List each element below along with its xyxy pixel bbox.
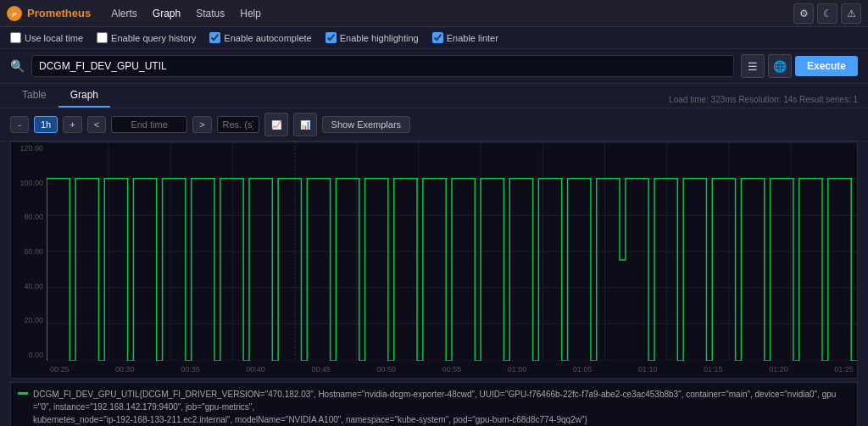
- query-input[interactable]: [31, 55, 734, 77]
- show-exemplars-button[interactable]: Show Exemplars: [322, 116, 411, 133]
- tab-graph[interactable]: Graph: [58, 84, 110, 108]
- enable-query-history-option[interactable]: Enable query history: [97, 32, 196, 43]
- y-label-120: 120.00: [13, 144, 43, 152]
- nav-graph[interactable]: Graph: [146, 4, 187, 23]
- nav-alerts[interactable]: Alerts: [104, 4, 144, 23]
- bar-chart-icon[interactable]: 📊: [293, 113, 317, 136]
- x-label-12: 01:25: [834, 365, 854, 373]
- enable-linter-option[interactable]: Enable linter: [432, 32, 498, 43]
- x-label-11: 01:20: [769, 365, 788, 373]
- controls-row: - 1h + < > 📈 📊 Show Exemplars: [0, 108, 868, 141]
- enable-autocomplete-checkbox[interactable]: [209, 32, 220, 43]
- enable-linter-label: Enable linter: [447, 33, 498, 43]
- zoom-out-button[interactable]: -: [10, 116, 29, 133]
- x-label-8: 01:05: [573, 365, 593, 373]
- load-info: Load time: 323ms Resolution: 14s Result …: [669, 95, 858, 108]
- moon-icon[interactable]: ☾: [817, 3, 837, 24]
- legend-area: DCGM_FI_DEV_GPU_UTIL{DCGM_FI_DRIVER_VERS…: [10, 382, 858, 426]
- app-name: Prometheus: [27, 7, 91, 19]
- graph-area: 0.00 20.00 40.00 60.00 80.00 100.00 120.…: [10, 141, 858, 379]
- y-label-80: 80.00: [13, 213, 43, 221]
- x-label-0: 00:25: [50, 365, 70, 373]
- prev-time-button[interactable]: <: [87, 116, 106, 133]
- x-axis: 00:25 00:30 00:35 00:40 00:45 00:50 00:5…: [47, 361, 857, 378]
- end-time-input[interactable]: [111, 116, 187, 133]
- enable-highlighting-option[interactable]: Enable highlighting: [326, 32, 419, 43]
- x-label-10: 01:15: [704, 365, 723, 373]
- line-chart-icon[interactable]: 📈: [264, 113, 288, 136]
- logo-icon: P: [7, 6, 22, 21]
- x-label-6: 00:55: [442, 365, 462, 373]
- topnav: P Prometheus Alerts Graph Status Help ⚙ …: [0, 0, 868, 27]
- top-menu: Alerts Graph Status Help: [104, 4, 268, 23]
- y-axis: 0.00 20.00 40.00 60.00 80.00 100.00 120.…: [11, 142, 47, 361]
- enable-autocomplete-option[interactable]: Enable autocomplete: [209, 32, 311, 43]
- nav-status[interactable]: Status: [189, 4, 231, 23]
- enable-autocomplete-label: Enable autocomplete: [224, 33, 311, 43]
- gear-icon[interactable]: ⚙: [793, 3, 814, 24]
- search-icon: 🔍: [10, 59, 25, 73]
- svg-text:P: P: [12, 10, 17, 18]
- legend-item: DCGM_FI_DEV_GPU_UTIL{DCGM_FI_DRIVER_VERS…: [18, 388, 850, 426]
- tab-table[interactable]: Table: [10, 84, 58, 108]
- y-label-100: 100.00: [13, 179, 43, 187]
- y-label-0: 0.00: [13, 351, 43, 359]
- app-logo: P Prometheus: [7, 6, 91, 21]
- enable-query-history-label: Enable query history: [111, 33, 196, 43]
- use-local-time-label: Use local time: [25, 33, 83, 43]
- use-local-time-option[interactable]: Use local time: [10, 32, 83, 43]
- query-globe-icon[interactable]: 🌐: [768, 54, 792, 78]
- alert-icon[interactable]: ⚠: [841, 3, 861, 24]
- enable-highlighting-label: Enable highlighting: [340, 33, 419, 43]
- y-label-60: 60.00: [13, 247, 43, 256]
- x-label-2: 00:35: [181, 365, 200, 373]
- duration-button[interactable]: 1h: [34, 116, 58, 133]
- next-time-button[interactable]: >: [192, 116, 211, 133]
- enable-linter-checkbox[interactable]: [432, 32, 443, 43]
- graph-inner: [47, 142, 857, 361]
- legend-text: DCGM_FI_DEV_GPU_UTIL{DCGM_FI_DRIVER_VERS…: [33, 388, 850, 426]
- x-label-4: 00:45: [311, 365, 331, 373]
- query-actions: ☰ 🌐 Execute: [741, 54, 858, 78]
- resolution-input[interactable]: [217, 116, 259, 133]
- y-label-20: 20.00: [13, 316, 43, 324]
- x-label-9: 01:10: [638, 365, 658, 373]
- x-label-5: 00:50: [377, 365, 397, 373]
- query-options-icon[interactable]: ☰: [741, 54, 765, 78]
- nav-icons: ⚙ ☾ ⚠: [793, 3, 861, 24]
- use-local-time-checkbox[interactable]: [10, 32, 21, 43]
- legend-color-swatch: [18, 392, 28, 395]
- x-label-3: 00:40: [246, 365, 265, 373]
- y-label-40: 40.00: [13, 282, 43, 290]
- query-bar: 🔍 ☰ 🌐 Execute: [0, 49, 868, 84]
- x-label-1: 00:30: [115, 365, 135, 373]
- settings-bar: Use local time Enable query history Enab…: [0, 27, 868, 49]
- chart-svg: [47, 142, 857, 361]
- zoom-in-button[interactable]: +: [63, 116, 81, 133]
- tabs-row: Table Graph Load time: 323ms Resolution:…: [0, 84, 868, 108]
- enable-highlighting-checkbox[interactable]: [326, 32, 337, 43]
- execute-button[interactable]: Execute: [795, 56, 858, 76]
- x-label-7: 01:00: [508, 365, 527, 373]
- nav-help[interactable]: Help: [233, 4, 268, 23]
- enable-query-history-checkbox[interactable]: [97, 32, 108, 43]
